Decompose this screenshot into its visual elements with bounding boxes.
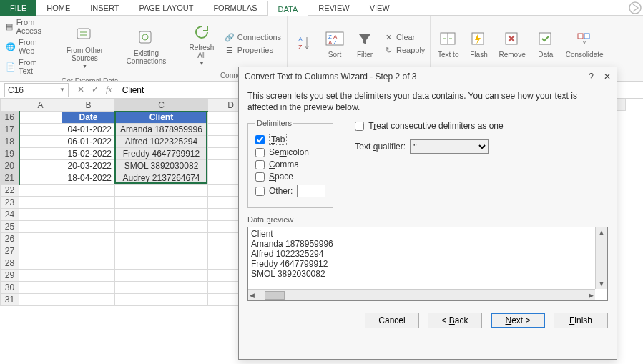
row-header[interactable]: 21 (1, 172, 19, 185)
text-to-columns-button[interactable]: Text to (435, 17, 461, 70)
back-button[interactable]: < Back (428, 313, 482, 328)
properties-button[interactable]: ☰Properties (223, 44, 283, 56)
col-header-c[interactable]: C (115, 99, 208, 112)
row-header[interactable]: 25 (1, 221, 19, 233)
consolidate-button[interactable]: Consolidate (563, 17, 607, 70)
next-button[interactable]: Next > (491, 313, 545, 328)
filter-button[interactable]: Filter (352, 17, 378, 70)
row-header[interactable]: 18 (1, 136, 19, 148)
row-header[interactable]: 31 (1, 294, 19, 306)
row-header[interactable]: 19 (1, 148, 19, 160)
cancel-button[interactable]: Cancel (365, 313, 419, 328)
svg-rect-15 (539, 33, 551, 44)
cell[interactable]: 18-04-2022 (62, 172, 115, 185)
flash-icon (468, 29, 489, 49)
text-to-columns-dialog: Convert Text to Columns Wizard - Step 2 … (238, 67, 617, 360)
accept-formula-icon[interactable]: ✓ (92, 84, 99, 95)
from-web-button[interactable]: 🌐From Web (4, 37, 52, 56)
tab-file[interactable]: FILE (0, 0, 36, 16)
data-validation-icon (536, 29, 556, 49)
reapply-icon: ↻ (383, 45, 393, 55)
row-header[interactable]: 30 (1, 282, 19, 294)
row-header[interactable]: 20 (1, 160, 19, 172)
consolidate-icon (574, 29, 594, 49)
cell[interactable]: Amanda 1878959996 (115, 124, 208, 136)
refresh-all-button[interactable]: Refresh All▼ (185, 17, 219, 70)
row-header[interactable]: 16 (1, 112, 19, 124)
delimiter-other-input[interactable] (297, 185, 325, 197)
sort-button[interactable]: ZAAZ Sort (322, 17, 348, 70)
tab-formulas[interactable]: FORMULAS (203, 0, 267, 16)
chevron-down-icon: ▼ (59, 87, 65, 93)
delimiter-tab-checkbox[interactable]: TTabab (255, 134, 325, 145)
row-header[interactable]: 29 (1, 270, 19, 282)
name-box[interactable]: C16▼ (4, 83, 69, 97)
cell[interactable]: Audrey 2137264674 (115, 172, 208, 185)
treat-consecutive-checkbox[interactable]: Treat consecutive delimiters as one (355, 121, 503, 131)
web-icon: 🌐 (6, 41, 16, 51)
sort-asc-icon: AZ (295, 34, 315, 54)
cell[interactable]: 15-02-2022 (62, 148, 115, 160)
cell[interactable]: Alfred 1022325294 (115, 136, 208, 148)
tab-view[interactable]: VIEW (360, 0, 400, 16)
finish-button[interactable]: Finish (554, 313, 608, 328)
row-header[interactable]: 23 (1, 197, 19, 209)
cancel-formula-icon[interactable]: ✕ (77, 84, 84, 95)
tab-page-layout[interactable]: PAGE LAYOUT (129, 0, 203, 16)
delimiter-comma-checkbox[interactable]: Comma (255, 159, 325, 169)
text-icon: 📄 (6, 62, 16, 72)
sources-icon (74, 25, 94, 45)
remove-duplicates-button[interactable]: Remove (496, 17, 528, 70)
tab-home[interactable]: HOME (36, 0, 80, 16)
tab-review[interactable]: REVIEW (308, 0, 359, 16)
tab-data[interactable]: DATA (267, 1, 309, 16)
data-validation-button[interactable]: Data (533, 17, 559, 70)
help-icon[interactable]: ? (589, 72, 594, 82)
access-icon: ▤ (6, 21, 14, 31)
cell[interactable]: 06-01-2022 (62, 136, 115, 148)
from-text-button[interactable]: 📄From Text (4, 57, 52, 76)
row-header[interactable]: 24 (1, 209, 19, 221)
reapply-button[interactable]: ↻Reapply (382, 44, 426, 56)
cell[interactable]: 04-01-2022 (62, 124, 115, 136)
filter-icon (355, 29, 375, 49)
col-header-b[interactable]: B (62, 99, 115, 112)
connections-button[interactable]: 🔗Connections (223, 31, 283, 43)
from-other-sources-button[interactable]: From Other Sources▼ (57, 17, 113, 76)
delimiter-semicolon-checkbox[interactable]: Semicolon (255, 147, 325, 157)
row-header[interactable]: 17 (1, 124, 19, 136)
row-header[interactable]: 22 (1, 185, 19, 197)
cell[interactable]: Client (115, 112, 208, 124)
select-all-corner[interactable] (1, 99, 19, 112)
data-preview: ClientAmanda 1878959996Alfred 1022325294… (247, 227, 608, 301)
refresh-icon (192, 22, 212, 42)
text-qualifier-select[interactable]: " (410, 139, 489, 154)
col-header-a[interactable]: A (19, 99, 62, 112)
preview-vscroll[interactable]: ▲▼ (595, 227, 607, 289)
preview-hscroll[interactable]: ◀▶ (248, 289, 595, 300)
cell[interactable]: SMOL 3892030082 (115, 160, 208, 172)
from-access-button[interactable]: ▤From Access (4, 17, 52, 36)
ribbon-tabs: FILE HOME INSERT PAGE LAYOUT FORMULAS DA… (0, 0, 643, 16)
clear-filter-button[interactable]: ✕Clear (382, 31, 426, 43)
dialog-description: This screen lets you set the delimiters … (239, 85, 617, 116)
fx-icon[interactable]: fx (106, 84, 112, 95)
svg-rect-16 (578, 34, 583, 39)
sort-asc-button[interactable]: AZ (292, 17, 318, 70)
group-label-get-data: Get External Data (4, 76, 175, 82)
cell[interactable]: 20-03-2022 (62, 160, 115, 172)
row-header[interactable]: 27 (1, 245, 19, 257)
flash-fill-button[interactable]: Flash (466, 17, 491, 70)
existing-connections-button[interactable]: Existing Connections (117, 17, 175, 76)
remove-icon (502, 29, 522, 49)
tab-insert[interactable]: INSERT (80, 0, 129, 16)
row-header[interactable]: 26 (1, 233, 19, 245)
delimiter-space-checkbox[interactable]: Space (255, 172, 325, 182)
row-header[interactable]: 28 (1, 257, 19, 270)
cell[interactable]: Freddy 4647799912 (115, 148, 208, 160)
svg-rect-17 (584, 34, 589, 39)
close-icon[interactable]: ✕ (604, 72, 611, 82)
svg-text:Z: Z (298, 44, 303, 51)
delimiter-other-checkbox[interactable]: Other: (255, 186, 293, 196)
cell[interactable]: Date (62, 112, 115, 124)
